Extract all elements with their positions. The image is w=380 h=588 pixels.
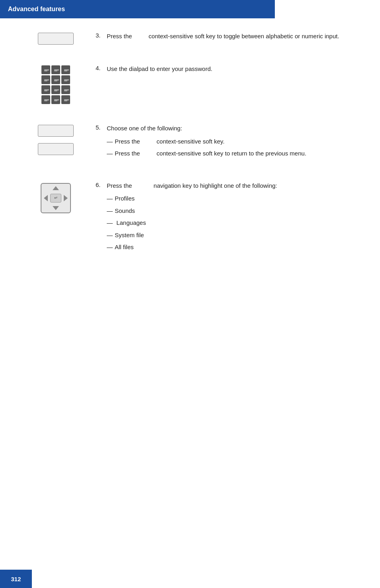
step-5-icon [16, 124, 96, 155]
nav-key-center: ↵ [50, 194, 61, 203]
dialpad-key [41, 85, 50, 94]
dialpad-key [51, 95, 60, 104]
page-footer: 312 [0, 570, 32, 588]
step-4-content: 4. Use the dialpad to enter your passwor… [96, 65, 364, 74]
step-5-sublist: — Press the context-sensitive soft key. … [107, 137, 364, 158]
dash-icon: — [107, 206, 115, 216]
step-3-content: 3. Press the context-sensitive soft key … [96, 32, 364, 41]
nav-arrow-left-icon [44, 195, 48, 201]
step-4-icon [16, 65, 96, 104]
sub-item-text: All files [115, 243, 134, 252]
softkey-button-top-icon [38, 125, 74, 137]
list-item: — All files [107, 243, 364, 252]
nav-key-outer: ↵ [41, 183, 71, 213]
sub-item-text: Press the context-sensitive soft key to … [115, 149, 306, 158]
nav-arrow-up-icon [53, 186, 59, 190]
list-item: — Sounds [107, 206, 364, 216]
step-6-row: ↵ 6. Press the navigation key to highlig… [16, 181, 364, 255]
step-4-number: 4. [96, 65, 107, 71]
softkey-button-bottom-icon [38, 143, 74, 155]
sub-item-text: Languages [115, 218, 146, 228]
nav-key-enter-symbol: ↵ [54, 195, 58, 201]
page-title: Advanced features [8, 6, 65, 13]
sub-item-text: Profiles [115, 194, 135, 203]
dash-icon: — [107, 194, 115, 203]
dialpad-icon [41, 65, 70, 104]
dialpad-key [51, 65, 60, 74]
dialpad-key [51, 75, 60, 84]
list-item: — Press the context-sensitive soft key. [107, 137, 364, 146]
dialpad-key [51, 85, 60, 94]
step-6-text: Press the navigation key to highlight on… [107, 181, 364, 255]
step-3-text: Press the context-sensitive soft key to … [107, 32, 364, 41]
softkey-pair-icon [38, 125, 74, 155]
dialpad-key [41, 65, 50, 74]
step-5-number: 5. [96, 124, 107, 131]
main-content: 3. Press the context-sensitive soft key … [0, 32, 380, 299]
list-item: — Press the context-sensitive soft key t… [107, 149, 364, 158]
step-4-text: Use the dialpad to enter your password. [107, 65, 364, 74]
dash-icon: — [107, 149, 115, 158]
dialpad-key [61, 75, 70, 84]
list-item: — Profiles [107, 194, 364, 203]
step-5-row: 5. Choose one of the following: — Press … [16, 124, 364, 161]
dialpad-key [41, 75, 50, 84]
step-3-number: 3. [96, 32, 107, 39]
dash-icon: — [107, 218, 115, 228]
dialpad-key [61, 95, 70, 104]
sub-item-text: Press the context-sensitive soft key. [115, 137, 225, 146]
step-6-content: 6. Press the navigation key to highlight… [96, 181, 364, 255]
list-item: — Languages [107, 218, 364, 228]
list-item: — System file [107, 231, 364, 240]
dialpad-key [61, 65, 70, 74]
dialpad-key [41, 95, 50, 104]
step-6-icon: ↵ [16, 181, 96, 214]
step-3-icon [16, 32, 96, 45]
nav-arrow-right-icon [64, 195, 68, 201]
dash-icon: — [107, 243, 115, 252]
dash-icon: — [107, 231, 115, 240]
dash-icon: — [107, 137, 115, 146]
step-3-row: 3. Press the context-sensitive soft key … [16, 32, 364, 45]
navigation-key-icon: ↵ [40, 182, 72, 214]
step-6-number: 6. [96, 181, 107, 188]
step-4-row: 4. Use the dialpad to enter your passwor… [16, 65, 364, 104]
dialpad-key [61, 85, 70, 94]
step-6-sublist: — Profiles — Sounds — Languages — System… [107, 194, 364, 252]
step-5-text: Choose one of the following: — Press the… [107, 124, 364, 161]
softkey-button-icon [38, 33, 74, 45]
header-bar: Advanced features [0, 0, 275, 18]
nav-arrow-down-icon [53, 206, 59, 210]
sub-item-text: Sounds [115, 206, 135, 216]
sub-item-text: System file [115, 231, 144, 240]
page-number: 312 [11, 576, 21, 582]
step-5-content: 5. Choose one of the following: — Press … [96, 124, 364, 161]
